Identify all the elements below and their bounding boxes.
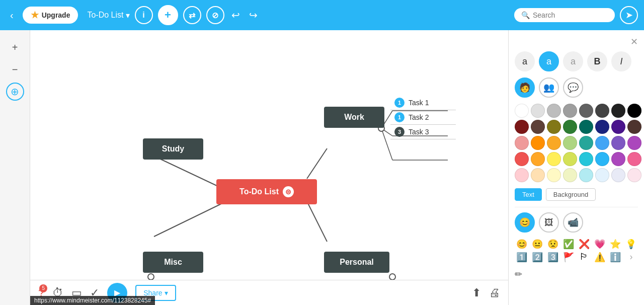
add-button[interactable]: + <box>158 5 178 25</box>
emoji-item[interactable]: 3️⃣ <box>546 252 559 263</box>
color-swatch[interactable] <box>547 120 561 134</box>
emoji-item[interactable]: ⭐ <box>609 239 622 250</box>
emoji-item[interactable]: ✅ <box>561 239 575 250</box>
color-swatch[interactable] <box>547 168 561 182</box>
color-swatch[interactable] <box>515 104 529 118</box>
background-tab-button[interactable]: Background <box>546 188 596 201</box>
emoji-item[interactable]: 2️⃣ <box>530 252 544 263</box>
video-button[interactable]: 📹 <box>563 212 583 233</box>
color-swatch[interactable] <box>595 152 609 166</box>
target-button[interactable]: ⊕ <box>6 83 24 101</box>
color-swatch[interactable] <box>563 168 577 182</box>
slash-button[interactable]: ⊘ <box>206 6 224 24</box>
color-swatch[interactable] <box>547 136 561 150</box>
text-tab-button[interactable]: Text <box>515 188 542 201</box>
pencil-icon[interactable]: ✏ <box>515 269 638 280</box>
emoji-item[interactable]: ℹ️ <box>609 252 622 263</box>
upgrade-button[interactable]: ★ Upgrade <box>23 7 78 24</box>
emoji-item[interactable]: 💡 <box>624 239 638 250</box>
style-speech-button[interactable]: 💬 <box>563 78 583 98</box>
color-swatch[interactable] <box>563 136 577 150</box>
right-panel: ✕ a a a B I 🧑 👥 💬 Text Background 😊 🖼 📹 <box>508 30 644 305</box>
search-input[interactable] <box>533 11 608 19</box>
color-swatch[interactable] <box>563 152 577 166</box>
color-swatch[interactable] <box>579 136 593 150</box>
color-swatch[interactable] <box>611 168 625 182</box>
style-group-button[interactable]: 👥 <box>539 78 559 98</box>
emoji-item[interactable]: ❌ <box>578 239 591 250</box>
print-button[interactable]: 🖨 <box>489 286 500 299</box>
emoji-item[interactable]: 🏳 <box>578 252 591 263</box>
task-3-badge: 3 <box>394 127 405 137</box>
color-swatch[interactable] <box>531 120 545 134</box>
color-swatch[interactable] <box>611 136 625 150</box>
emoji-item[interactable]: 🚩 <box>561 252 575 263</box>
upload-button[interactable]: ⬆ <box>472 286 481 299</box>
avatar-button[interactable]: ➤ <box>620 6 638 24</box>
center-node[interactable]: To-Do List ⊜ <box>216 179 317 204</box>
color-swatch[interactable] <box>579 120 593 134</box>
connect-button[interactable]: ⇄ <box>183 6 201 24</box>
text-gray-button[interactable]: a <box>563 51 583 71</box>
text-italic-button[interactable]: I <box>611 51 631 71</box>
color-swatch[interactable] <box>563 104 577 118</box>
search-box: 🔍 <box>514 8 615 22</box>
color-swatch[interactable] <box>531 152 545 166</box>
color-swatch[interactable] <box>627 104 641 118</box>
color-swatch[interactable] <box>579 168 593 182</box>
emoji-item[interactable]: 😟 <box>546 239 559 250</box>
info-button[interactable]: i <box>135 6 153 24</box>
task-2[interactable]: 1 Task 2 <box>390 110 456 125</box>
back-button[interactable]: ‹ <box>6 8 18 23</box>
color-swatch[interactable] <box>515 168 529 182</box>
title-chevron-icon: ▾ <box>126 11 130 20</box>
zoom-out-button[interactable]: − <box>6 60 24 79</box>
diagram-title[interactable]: To-Do List ▾ <box>87 11 129 20</box>
color-swatch[interactable] <box>515 152 529 166</box>
color-swatch[interactable] <box>595 120 609 134</box>
color-swatch[interactable] <box>547 104 561 118</box>
color-swatch[interactable] <box>627 168 641 182</box>
emoji-item[interactable]: ⚠️ <box>593 252 607 263</box>
color-swatch[interactable] <box>627 152 641 166</box>
color-swatch[interactable] <box>579 152 593 166</box>
text-bold-button[interactable]: B <box>587 51 607 71</box>
study-node[interactable]: Study <box>143 138 203 160</box>
color-swatch[interactable] <box>611 152 625 166</box>
color-swatch[interactable] <box>611 104 625 118</box>
image-button[interactable]: 🖼 <box>539 212 559 233</box>
color-swatch[interactable] <box>531 168 545 182</box>
color-swatch[interactable] <box>515 136 529 150</box>
color-swatch[interactable] <box>627 136 641 150</box>
misc-node[interactable]: Misc <box>143 252 203 273</box>
text-bold-circle-button[interactable]: a <box>539 51 559 71</box>
canvas-area[interactable]: To-Do List ⊜ Study Work Misc Personal 1 … <box>30 30 508 305</box>
emoji-item[interactable]: 😊 <box>515 239 528 250</box>
color-swatch[interactable] <box>547 152 561 166</box>
emoji-button[interactable]: 😊 <box>515 212 535 233</box>
emoji-more-button[interactable]: › <box>624 252 638 263</box>
color-swatch[interactable] <box>531 104 545 118</box>
color-swatch[interactable] <box>595 136 609 150</box>
color-swatch[interactable] <box>595 168 609 182</box>
color-swatch[interactable] <box>579 104 593 118</box>
color-swatch[interactable] <box>611 120 625 134</box>
zoom-in-button[interactable]: + <box>6 38 24 56</box>
undo-button[interactable]: ↩ <box>229 7 242 23</box>
task-1[interactable]: 1 Task 1 <box>390 96 456 110</box>
color-swatch[interactable] <box>595 104 609 118</box>
panel-close-button[interactable]: ✕ <box>630 36 638 47</box>
personal-node[interactable]: Personal <box>324 252 389 273</box>
color-swatch[interactable] <box>515 120 529 134</box>
task-3[interactable]: 3 Task 3 <box>390 125 456 139</box>
emoji-item[interactable]: 1️⃣ <box>515 252 528 263</box>
style-person-button[interactable]: 🧑 <box>515 78 535 98</box>
work-node[interactable]: Work <box>324 107 384 128</box>
emoji-item[interactable]: 💗 <box>593 239 607 250</box>
color-swatch[interactable] <box>563 120 577 134</box>
redo-button[interactable]: ↪ <box>247 7 260 23</box>
color-swatch[interactable] <box>627 120 641 134</box>
color-swatch[interactable] <box>531 136 545 150</box>
emoji-item[interactable]: 😐 <box>530 239 544 250</box>
text-plain-button[interactable]: a <box>515 51 535 71</box>
